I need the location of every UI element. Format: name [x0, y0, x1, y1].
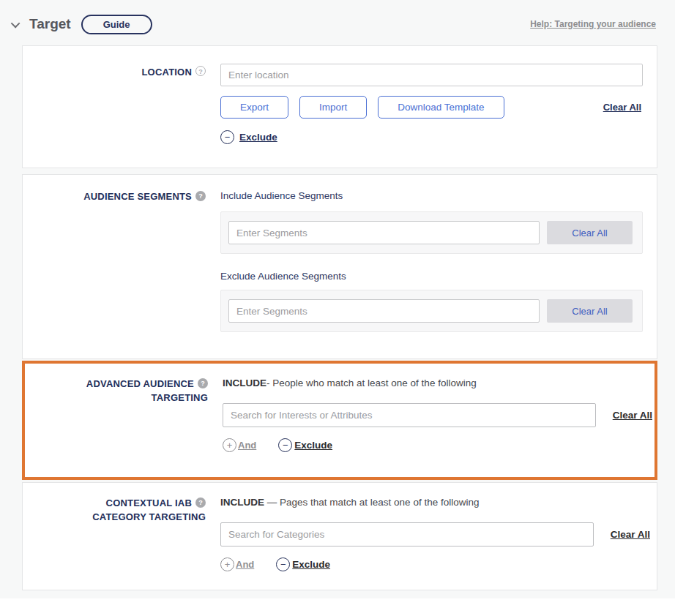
exclude-segments-input[interactable] [228, 299, 540, 323]
advanced-include-keyword: INCLUDE [223, 378, 266, 388]
location-card: LOCATION? Export Import Download Templat… [22, 45, 657, 168]
minus-icon[interactable]: − [278, 438, 292, 452]
help-targeting-link[interactable]: Help: Targeting your audience [530, 19, 656, 29]
advanced-audience-label-line1: ADVANCED AUDIENCE [86, 378, 194, 389]
advanced-exclude-link[interactable]: Exclude [294, 440, 332, 451]
advanced-include-text: - People who match at least one of the f… [266, 378, 477, 388]
location-buttons-row: Export Import Download Template Clear Al… [220, 96, 643, 119]
location-label: LOCATION [141, 67, 192, 78]
advanced-audience-help-icon[interactable]: ? [198, 378, 208, 388]
advanced-and-exclude-row: + And − Exclude [223, 438, 645, 452]
guide-button[interactable]: Guide [81, 15, 152, 34]
audience-segments-help-icon[interactable]: ? [195, 191, 206, 201]
location-help-icon[interactable]: ? [195, 66, 206, 76]
audience-segments-label-col: AUDIENCE SEGMENTS? [23, 175, 206, 358]
include-segments-panel: Clear All [220, 211, 643, 254]
location-label-col: LOCATION? [23, 46, 206, 168]
target-section: Target Guide Help: Targeting your audien… [0, 0, 675, 598]
target-header: Target Guide Help: Targeting your audien… [0, 13, 675, 35]
audience-segments-card: AUDIENCE SEGMENTS? Include Audience Segm… [22, 174, 657, 359]
location-exclude-row: − Exclude [220, 130, 643, 144]
contextual-include-text: — Pages that match at least one of the f… [267, 497, 480, 508]
contextual-and-exclude-row: + And − Exclude [220, 557, 643, 571]
include-segments-heading: Include Audience Segments [220, 189, 643, 203]
include-segments-input[interactable] [228, 221, 540, 244]
plus-icon[interactable]: + [223, 438, 236, 452]
plus-icon[interactable]: + [220, 557, 234, 571]
contextual-include-line: INCLUDE — Pages that match at least one … [220, 496, 643, 509]
contextual-clear-all-link[interactable]: Clear All [611, 529, 650, 540]
import-button[interactable]: Import [299, 96, 367, 119]
chevron-down-icon[interactable] [11, 18, 20, 28]
advanced-include-line: INCLUDE- People who match at least one o… [223, 377, 645, 390]
contextual-and-link[interactable]: And [236, 559, 254, 570]
advanced-search-row: Clear All [223, 403, 645, 427]
page-title: Target [29, 16, 71, 32]
export-button[interactable]: Export [220, 96, 288, 119]
contextual-include-keyword: INCLUDE [220, 497, 264, 508]
minus-icon[interactable]: − [276, 557, 290, 571]
advanced-audience-targeting-card: ADVANCED AUDIENCE? TARGETING INCLUDE- Pe… [22, 361, 657, 480]
advanced-audience-label-line2: TARGETING [25, 391, 208, 405]
audience-segments-label: AUDIENCE SEGMENTS [83, 191, 192, 202]
categories-search-input[interactable] [220, 522, 594, 546]
advanced-clear-all-link[interactable]: Clear All [613, 410, 652, 421]
contextual-iab-label-col: CONTEXTUAL IAB? CATEGORY TARGETING [23, 483, 206, 590]
download-template-button[interactable]: Download Template [378, 96, 504, 119]
exclude-segments-panel: Clear All [220, 290, 643, 332]
location-clear-all-link[interactable]: Clear All [603, 102, 641, 113]
advanced-and-link[interactable]: And [238, 440, 256, 451]
include-segments-clear-all-button[interactable]: Clear All [547, 221, 633, 244]
advanced-audience-label-col: ADVANCED AUDIENCE? TARGETING [25, 364, 208, 477]
contextual-iab-card: CONTEXTUAL IAB? CATEGORY TARGETING INCLU… [22, 482, 657, 590]
exclude-segments-clear-all-button[interactable]: Clear All [547, 299, 633, 323]
interests-attributes-search-input[interactable] [223, 403, 596, 427]
location-exclude-link[interactable]: Exclude [239, 132, 277, 143]
contextual-iab-help-icon[interactable]: ? [195, 497, 206, 508]
contextual-search-row: Clear All [220, 522, 643, 546]
contextual-exclude-link[interactable]: Exclude [292, 559, 330, 570]
exclude-segments-heading: Exclude Audience Segments [220, 270, 643, 283]
location-input[interactable] [220, 64, 643, 86]
minus-icon[interactable]: − [220, 130, 234, 144]
contextual-iab-label-line1: CONTEXTUAL IAB [106, 497, 192, 508]
contextual-iab-label-line2: CATEGORY TARGETING [23, 510, 206, 524]
